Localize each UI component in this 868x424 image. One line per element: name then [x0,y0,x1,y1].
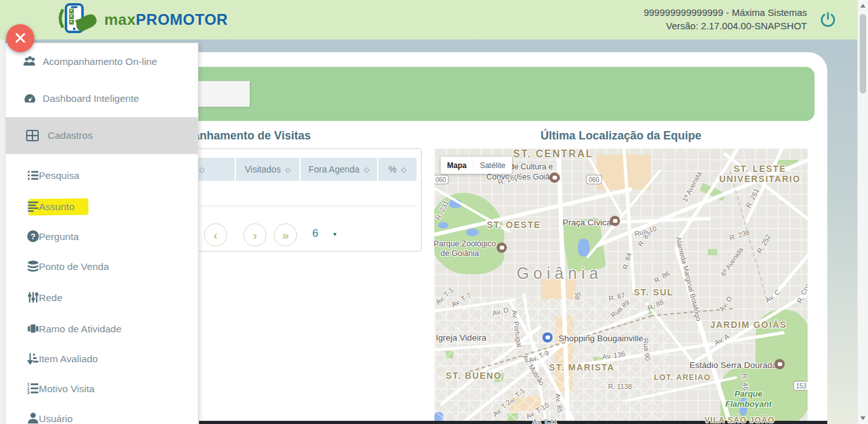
map-label: Av. A [713,332,730,347]
map-label: ST. MARISTA [549,362,614,372]
column-header-visitados[interactable]: Visitados ◇ [236,158,300,181]
map-label: Av. T-9 [527,349,550,365]
sort-icon[interactable]: ◇ [364,166,369,174]
sidebar-item-usuario[interactable]: Usuário [6,404,198,424]
sidebar-item-acompanhamento-online[interactable]: Acompanhamento On-line [6,46,198,77]
maxpromotor-logo: maxPROMOTOR [57,4,228,36]
map-panel-title: Última Localização da Equipe [434,129,808,143]
map-label: Av. Portugal [511,309,523,348]
map-type-satellite-button[interactable]: Satélite [474,161,512,170]
sidebar-item-ponto-de-venda[interactable]: Ponto de Venda [6,251,198,282]
sidebar-item-cadastros[interactable]: Cadastros [6,117,198,154]
sidebar-item-label: Ramo de Atividade [39,323,121,335]
paginator-next-button[interactable]: › [244,223,266,246]
column-header-percent[interactable]: % ◇ [378,158,417,181]
svg-text:?: ? [31,232,36,241]
sidebar-item-ramo-de-atividade[interactable]: Ramo de Atividade [6,314,198,344]
map-label: Estádio Serra Dourada [689,360,776,370]
zoo-paw-poi-icon[interactable] [497,243,507,253]
sidebar-item-label: Item Avaliado [39,353,98,365]
map-labels-layer: ST. CENTRALCentro de Cultura eConvenções… [434,148,808,424]
map-label: Igreja Videira [436,333,486,343]
sidebar-item-item-avaliado[interactable]: Item Avaliado [6,344,198,374]
page-left-margin [0,39,5,424]
map-label: Av. D [492,306,509,317]
svg-text:3: 3 [27,390,30,395]
scroll-down-arrow-icon[interactable] [860,416,865,420]
map-label: ST. BUENO [446,371,502,381]
map-label: R. 261 [744,187,761,209]
scroll-up-arrow-icon[interactable] [860,4,865,8]
map-label: 1ª Avenida [680,170,703,203]
map-label: ST. OESTE [486,220,541,230]
navigation-sidebar: Acompanhamento On-line Dashboard Intelig… [5,43,198,424]
map-label: Av. 85 [554,393,564,413]
map-label: LOT. AREIAO [654,373,711,382]
sidebar-item-dashboard-inteligente[interactable]: Dashboard Inteligente [6,83,198,114]
map-label: Goiânia [516,264,602,283]
map-label: Parque Zoológico [434,239,496,248]
users-group-icon [22,54,38,69]
map-type-map-button[interactable]: Mapa [441,161,474,170]
map-label: R. 86 [653,269,672,285]
map-label: Praça Cívica [563,218,612,227]
phone-checklist-logo-icon [57,3,99,37]
map-label: Av. D [718,295,734,313]
vertical-scrollbar[interactable] [857,0,868,424]
map-label: Av. T-7 [450,291,472,308]
road-shield: 153 [794,381,808,391]
rows-per-page-value[interactable]: 6 [312,227,318,240]
sidebar-item-label: Acompanhamento On-line [43,56,157,67]
logout-power-button[interactable] [819,11,837,29]
dashboard-gauge-icon [22,91,38,106]
filter-input[interactable] [197,81,250,107]
sidebar-item-label: Rede [39,292,62,304]
sidebar-item-rede[interactable]: Rede [6,283,198,313]
map-label: 85 [573,292,582,300]
team-location-map[interactable]: ST. CENTRALCentro de Cultura eConvenções… [434,148,808,424]
paginator-prev-button[interactable]: ‹ [204,223,227,246]
grid-icon [25,128,40,143]
app-header: maxPROMOTOR 999999999999999 - Máxima Sis… [0,0,858,39]
road-shield: 060 [434,175,448,185]
shopping-bag-poi-icon[interactable] [542,332,553,343]
sidebar-item-label: Dashboard Inteligente [43,93,139,104]
stadium-poi-icon[interactable] [775,359,785,369]
column-label: % [389,164,396,174]
sort-icon[interactable]: ◇ [199,166,204,174]
map-label: Flamboyant [726,399,772,409]
map-label: ST. SUL [634,287,674,297]
sidebar-item-label: Cadastros [48,130,93,141]
close-menu-button[interactable] [6,24,34,52]
column-header-fora-agenda[interactable]: Fora Agenda ◇ [301,158,377,181]
culture-center-poi-icon[interactable] [549,173,560,183]
sidebar-item-pesquisa[interactable]: Pesquisa [6,160,198,191]
column-label: Visitados [245,164,281,174]
rows-per-page-caret-icon[interactable]: ▾ [333,230,336,237]
map-label: Av. C [764,288,782,304]
paginator-last-button[interactable]: » [274,223,297,246]
sidebar-item-motivo-visita[interactable]: 123 Motivo Visita [6,374,198,404]
map-label: R. 88 [647,298,665,312]
filter-banner [184,67,815,121]
map-type-control: Mapa Satélite [441,157,512,174]
map-label: Alameda Marginal Botafogo [675,236,703,322]
civic-square-poi-icon[interactable] [610,216,620,226]
scrollbar-thumb[interactable] [860,14,866,94]
map-label: de Goiânia [441,249,479,258]
main-content-card: Acompanhamento de Visitas ia ◇ Visitados… [172,52,827,421]
column-label: Fora Agenda [308,164,359,174]
sidebar-item-assunto[interactable]: Assunto [6,192,198,222]
map-label: VILA SÃO JOÃO [705,416,775,424]
map-label: R. Cru [796,283,808,304]
map-label: R. 84 [621,252,633,271]
sidebar-item-label: Ponto de Venda [39,261,109,272]
logo-wordmark: maxPROMOTOR [104,11,228,29]
sort-icon[interactable]: ◇ [401,166,406,174]
sidebar-item-pergunta[interactable]: ? Pergunta [6,222,198,252]
sort-icon[interactable]: ◇ [286,166,291,174]
map-label: Av. T-10 [525,401,550,420]
sidebar-item-label: Usuário [39,413,72,424]
sidebar-item-label: Assunto [39,201,74,213]
sidebar-item-label: Pesquisa [39,170,79,181]
